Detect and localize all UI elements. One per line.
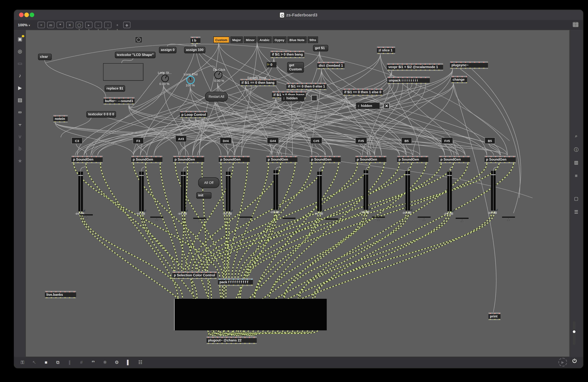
zoom-slider-handle[interactable] (573, 330, 575, 333)
range-marker[interactable] (193, 218, 206, 219)
object-box[interactable]: p Loop Control (180, 111, 208, 118)
range-marker[interactable] (240, 217, 253, 218)
object-box[interactable]: if $i1 > 0 then bang (271, 51, 304, 58)
toggle-checkbox[interactable] (311, 95, 317, 101)
comment-label: 0.00 % (214, 79, 224, 83)
message-box[interactable]: textcolor 0 0 0 0 (86, 111, 116, 118)
menu-arrows-icon: ▲▼ (357, 104, 360, 107)
message-box[interactable]: textcolor "LCD Shape" (115, 52, 155, 58)
gain-fader[interactable] (364, 170, 368, 210)
umenu-dropdown[interactable]: ▲▼hidden (356, 103, 379, 109)
screen: cleartextcolor "LCD Shape"replace $1assi… (0, 0, 588, 382)
range-marker[interactable] (150, 217, 163, 218)
object-box[interactable]: if $i1 == 0 then bang (240, 79, 276, 86)
comment-label: Loop St... (158, 71, 172, 75)
object-box[interactable]: vexpr $i1 + $i2 @scalarmode 1 (387, 63, 443, 71)
de-click-dial[interactable] (214, 71, 223, 79)
range-marker[interactable] (283, 218, 295, 219)
soundgen-subpatcher[interactable]: p SoundGen (173, 156, 204, 163)
scale-button-major[interactable]: Major (230, 37, 243, 43)
object-box[interactable]: p Selection Color Control (172, 271, 217, 279)
object-box[interactable]: unpack i i i i i i i i i (387, 76, 430, 84)
desktop: cleartextcolor "LCD Shape"replace $1assi… (0, 0, 588, 382)
object-box[interactable]: buffer~ ---sound1 (104, 97, 135, 105)
menu-label: hidden (361, 104, 372, 108)
message-box[interactable]: get $1 (313, 45, 328, 51)
message-box[interactable]: init (196, 192, 211, 199)
message-box[interactable]: clear (38, 54, 52, 60)
note-button-c3[interactable]: C3 (71, 137, 83, 144)
gain-fader[interactable] (139, 172, 144, 211)
soundgen-subpatcher[interactable]: p SoundGen (439, 156, 470, 163)
soundgen-subpatcher[interactable]: p SoundGen (131, 156, 163, 163)
button-message[interactable]: All Off (198, 177, 219, 188)
note-button-gs4[interactable]: G#4 (267, 137, 279, 144)
note-button-b5[interactable]: B5 (401, 137, 412, 144)
scale-button-blue-note[interactable]: Blue Note (288, 37, 306, 43)
toggle-checkbox[interactable]: ✕ (383, 103, 390, 109)
vertical-scrollbar[interactable] (573, 322, 575, 330)
gain-fader[interactable] (491, 171, 496, 210)
scale-button-minor[interactable]: Minor (244, 37, 256, 43)
range-marker[interactable] (456, 218, 469, 219)
note-button-fs5[interactable]: F#5 (355, 137, 367, 144)
object-box[interactable]: print (488, 313, 501, 320)
message-box[interactable]: get Custom (287, 62, 304, 73)
range-marker[interactable] (325, 218, 338, 219)
loop-end-dial[interactable] (186, 76, 195, 84)
button-message[interactable]: Restart All (205, 92, 228, 102)
soundgen-subpatcher[interactable]: p SoundGen (397, 156, 428, 163)
gain-fader[interactable] (317, 172, 322, 211)
gain-fader[interactable] (447, 172, 452, 211)
spectroscope-display[interactable] (174, 299, 327, 330)
fader-value-label: -inf dB (402, 211, 411, 215)
gain-fader[interactable] (405, 171, 410, 210)
object-box[interactable]: live.banks (45, 291, 76, 298)
note-button-f3[interactable]: F3 (133, 137, 144, 144)
object-box[interactable]: pack f f f f f f f f f f (218, 278, 253, 286)
range-marker[interactable] (502, 217, 515, 218)
umenu-dropdown[interactable]: ▲▼hidden (281, 95, 304, 101)
message-box[interactable]: assign 100 (184, 47, 205, 53)
object-box[interactable]: if $i1 == 0 then 0 else 1 (286, 83, 327, 90)
range-marker[interactable] (372, 217, 385, 218)
scale-button-custom[interactable]: Custom (213, 37, 229, 43)
object-box[interactable]: dict @embed 1 (317, 62, 344, 69)
note-button-fs5[interactable]: F#5 (441, 137, 453, 144)
fader-value-label: -inf dB (270, 210, 279, 214)
range-marker[interactable] (418, 217, 431, 218)
loop-start-dial[interactable] (161, 75, 169, 82)
message-box[interactable]: assign 0 (159, 47, 177, 53)
gain-fader[interactable] (226, 172, 231, 211)
soundgen-subpatcher[interactable]: p SoundGen (484, 156, 516, 163)
note-button-as3[interactable]: A#3 (175, 135, 187, 142)
object-box[interactable]: notein (53, 115, 68, 122)
object-box[interactable]: if $i1 == 0 then 1 else 0 (343, 88, 383, 96)
object-box[interactable]: zl slice 1 (377, 46, 395, 54)
range-marker[interactable] (80, 214, 93, 215)
object-box[interactable]: t b (190, 37, 200, 44)
soundgen-subpatcher[interactable]: p SoundGen (219, 156, 250, 163)
gain-fader[interactable] (78, 172, 83, 211)
soundgen-subpatcher[interactable]: p SoundGen (266, 156, 297, 163)
comment-label: 0.00 % (159, 82, 169, 86)
scale-button-arabic[interactable]: Arabic (258, 37, 272, 43)
note-button-cs5[interactable]: C#5 (310, 137, 322, 144)
note-button-b5[interactable]: B5 (484, 137, 495, 144)
soundgen-subpatcher[interactable]: p SoundGen (310, 156, 341, 163)
bang-button[interactable] (135, 37, 142, 43)
message-box[interactable]: replace $1 (105, 85, 125, 92)
number-box[interactable]: 0 (267, 62, 276, 67)
gain-fader[interactable] (273, 170, 278, 210)
object-box[interactable]: change (451, 76, 467, 83)
dial-needle (218, 72, 220, 75)
object-box[interactable]: plugsync~ (450, 61, 488, 69)
gain-fader[interactable] (181, 172, 186, 211)
scale-button-5ths[interactable]: 5ths (308, 37, 318, 43)
lcd-display[interactable] (103, 63, 144, 81)
soundgen-subpatcher[interactable]: p SoundGen (355, 156, 386, 163)
scale-button-gypsy[interactable]: Gypsy (273, 37, 286, 43)
soundgen-subpatcher[interactable]: p SoundGen (71, 156, 103, 163)
object-box[interactable]: plugout~ @chans 22 (207, 337, 257, 344)
note-button-ds4[interactable]: D#4 (220, 137, 232, 144)
